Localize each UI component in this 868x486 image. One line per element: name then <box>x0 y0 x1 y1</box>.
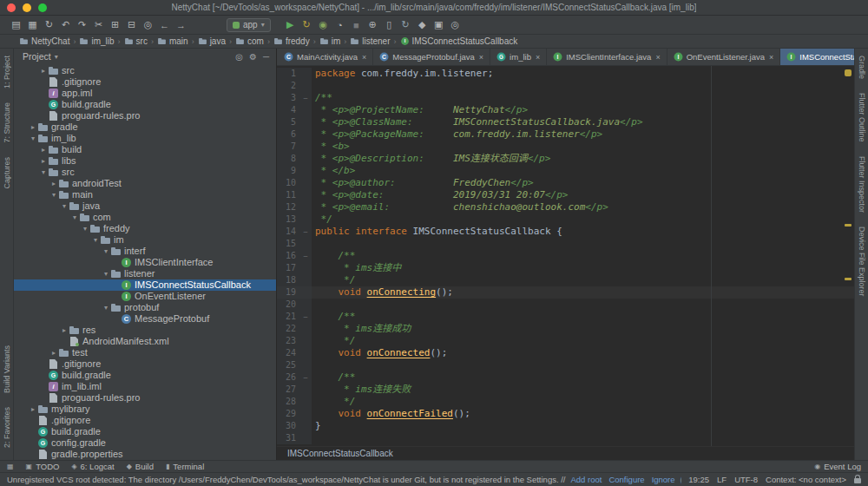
tool-button-device-file-explorer[interactable]: Device File Explorer <box>858 220 866 304</box>
breadcrumb-item-com[interactable]: com <box>235 36 264 46</box>
tool-button-flutter-outline[interactable]: Flutter Outline <box>858 86 866 149</box>
code-line[interactable]: 16− /** <box>277 250 854 262</box>
paste-icon[interactable]: ⊟ <box>124 19 139 30</box>
run-config-selector[interactable]: app ▾ <box>227 18 271 32</box>
code-line[interactable]: 10 * <p>@author: FreddyChen</p> <box>277 177 854 189</box>
editor-tab-imsclientinterface-java[interactable]: IIMSClientInterface.java× <box>547 49 667 65</box>
project-view-selector[interactable]: Project <box>23 51 51 62</box>
code-line[interactable]: 1package com.freddy.im.listener; <box>277 68 854 80</box>
breadcrumb-item-main[interactable]: main <box>157 36 188 46</box>
expand-arrow-icon[interactable]: ▸ <box>38 155 49 167</box>
collapse-arrow-icon[interactable]: ▾ <box>80 223 90 234</box>
editor[interactable]: 1package com.freddy.im.listener;23−/**4 … <box>277 66 854 446</box>
file-encoding[interactable]: UTF-8 <box>734 475 758 484</box>
code-line[interactable]: 5 * <p>@ClassName: IMSConnectStatusCallb… <box>277 116 854 128</box>
tool-button-flutter-inspector[interactable]: Flutter Inspector <box>858 149 866 220</box>
attach-debugger-icon[interactable]: ⊕ <box>365 19 380 30</box>
breadcrumb-item-listener[interactable]: listener <box>350 36 390 46</box>
tree-item[interactable]: ▸src <box>14 65 276 76</box>
vcs-action-configure[interactable]: Configure <box>608 475 644 484</box>
tree-item[interactable]: ▾freddy <box>14 223 276 234</box>
tree-item[interactable]: Gbuild.gradle <box>14 370 276 381</box>
vcs-action-add-root[interactable]: Add root <box>571 475 602 484</box>
tree-item[interactable]: Gbuild.gradle <box>14 99 276 110</box>
code-line[interactable]: 20 <box>277 299 854 311</box>
expand-arrow-icon[interactable]: ▸ <box>28 404 38 415</box>
tree-item[interactable]: ▸libs <box>14 155 276 167</box>
collapse-arrow-icon[interactable]: ▾ <box>49 189 59 200</box>
tree-item[interactable]: ▾com <box>14 212 276 223</box>
fold-marker-icon[interactable]: − <box>299 250 312 262</box>
tree-item[interactable]: ▾src <box>14 167 276 178</box>
code-line[interactable]: 31 <box>277 432 854 444</box>
avd-manager-icon[interactable]: ▯ <box>382 19 397 30</box>
tree-item[interactable]: ▾listener <box>14 268 276 279</box>
editor-tab-mainactivity-java[interactable]: CMainActivity.java× <box>278 49 373 65</box>
collapse-arrow-icon[interactable]: ▾ <box>38 167 49 178</box>
tree-item[interactable]: ▾main <box>14 189 276 200</box>
close-tab-icon[interactable]: × <box>362 53 366 62</box>
collapse-arrow-icon[interactable]: ▾ <box>59 200 69 212</box>
profiler-icon[interactable]: ◔ <box>332 20 347 30</box>
tree-item[interactable]: ▾im <box>14 234 276 246</box>
sync-icon[interactable]: ↻ <box>42 19 56 30</box>
editor-tab-messageprotobuf-java[interactable]: CMessageProtobuf.java× <box>373 49 490 65</box>
collapse-arrow-icon[interactable]: ▾ <box>90 234 101 246</box>
undo-icon[interactable]: ↶ <box>58 19 73 30</box>
code-line[interactable]: 27 * ims连接失败 <box>277 384 854 396</box>
tree-item[interactable]: ▸androidTest <box>14 178 276 189</box>
code-line[interactable]: 23 */ <box>277 335 854 347</box>
cut-icon[interactable]: ✂ <box>91 19 106 30</box>
tool-button-1-project[interactable]: 1: Project <box>3 49 11 95</box>
line-separator[interactable]: LF <box>717 475 727 484</box>
tool-button-2-favorites[interactable]: 2: Favorites <box>3 400 11 455</box>
code-line[interactable]: 8 * <p>@Description: IMS连接状态回调</p> <box>277 153 854 165</box>
tree-item[interactable]: ▾interf <box>14 246 276 257</box>
tool-button-7-structure[interactable]: 7: Structure <box>3 95 11 150</box>
tree-item[interactable]: ▸mylibrary <box>14 404 276 415</box>
code-line[interactable]: 26− /** <box>277 371 854 384</box>
tool-button-terminal[interactable]: ▮Terminal <box>166 462 204 471</box>
close-tab-icon[interactable]: × <box>479 53 483 62</box>
breadcrumb-item-java[interactable]: java <box>198 36 226 46</box>
settings-icon[interactable]: ⚙ <box>249 52 257 62</box>
tree-item[interactable]: IIMSClientInterface <box>14 257 276 268</box>
tree-item[interactable]: gradle.properties <box>14 449 276 460</box>
expand-arrow-icon[interactable]: ▸ <box>38 65 49 76</box>
tree-item[interactable]: .gitignore <box>14 76 276 88</box>
tree-item[interactable]: ▸gradle <box>14 122 276 133</box>
tree-item[interactable]: Gbuild.gradle <box>14 426 276 437</box>
tree-item[interactable]: ▸test <box>14 347 276 358</box>
tree-item[interactable]: iapp.iml <box>14 88 276 99</box>
breadcrumb-item-src[interactable]: src <box>124 36 148 46</box>
expand-arrow-icon[interactable]: ▸ <box>38 144 49 155</box>
vcs-action-ignore[interactable]: Ignore <box>652 475 675 484</box>
redo-icon[interactable]: ↷ <box>75 19 89 30</box>
tree-item[interactable]: iim_lib.iml <box>14 381 276 392</box>
run-context[interactable]: Context: <no context> <box>766 475 846 484</box>
run-icon[interactable]: ▶ <box>283 19 298 30</box>
tree-item[interactable]: IIMSConnectStatusCallback <box>14 279 276 291</box>
close-window-button[interactable] <box>7 3 16 12</box>
apply-changes-icon[interactable]: ↻ <box>299 19 314 30</box>
code-line[interactable]: 17 * ims连接中 <box>277 262 854 274</box>
code-line[interactable]: 18 */ <box>277 274 854 286</box>
code-line[interactable]: 12 * <p>@email: chenshichao@outlook.com<… <box>277 201 854 213</box>
error-stripe-mark[interactable] <box>845 278 852 280</box>
copy-icon[interactable]: ⊞ <box>108 19 122 30</box>
breadcrumb-item-freddy[interactable]: freddy <box>273 36 310 46</box>
tree-item[interactable]: IOnEventListener <box>14 291 276 302</box>
code-line[interactable]: 15 <box>277 238 854 250</box>
code-line[interactable]: 3−/** <box>277 92 854 104</box>
build-hammer-icon[interactable]: ◆ <box>415 19 430 30</box>
minimize-window-button[interactable] <box>23 3 31 12</box>
search-everywhere-icon[interactable]: ◎ <box>448 19 463 30</box>
close-tab-icon[interactable]: × <box>536 53 540 62</box>
code-line[interactable]: 7 * <b> <box>277 141 854 153</box>
locate-file-icon[interactable]: ◎ <box>235 52 243 62</box>
expand-arrow-icon[interactable]: ▸ <box>49 347 59 358</box>
debug-icon[interactable]: ◉ <box>316 19 331 30</box>
fold-marker-icon[interactable]: − <box>299 226 312 238</box>
tool-button-captures[interactable]: Captures <box>3 150 11 196</box>
code-line[interactable]: 4 * <p>@ProjectName: NettyChat</p> <box>277 104 854 116</box>
